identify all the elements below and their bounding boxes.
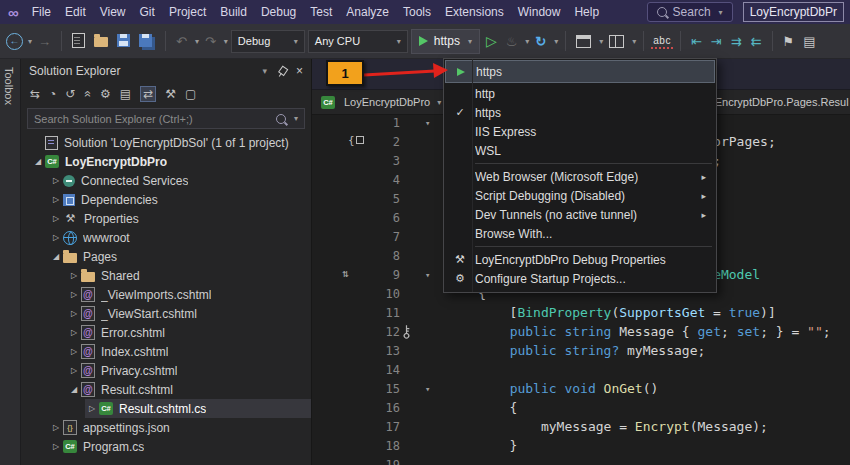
navbar-project-dropdown[interactable]: C# LoyEncryptDbPro ▾	[312, 90, 450, 114]
solution-explorer-header[interactable]: Solution Explorer ▾ ×	[21, 59, 311, 83]
preview-icon[interactable]: ▢	[185, 87, 196, 101]
indent-increase-icon[interactable]: ⇥	[708, 33, 725, 50]
spell-check-icon[interactable]: abc	[651, 34, 673, 49]
hot-reload-icon[interactable]: ♨	[503, 33, 521, 50]
run-menu-item-script-debugging-disabled[interactable]: Script Debugging (Disabled)▸	[445, 186, 715, 205]
expander-open-icon[interactable]: ◢	[31, 157, 45, 166]
line-number[interactable]: 3	[312, 154, 400, 168]
expander-closed-icon[interactable]: ▷	[67, 271, 81, 280]
line-number[interactable]: 7	[312, 230, 400, 244]
line-number[interactable]: 13	[312, 344, 400, 358]
toolbox-tab[interactable]: Toolbox	[0, 59, 21, 465]
tree-item-wwwroot[interactable]: ▷wwwroot	[21, 228, 311, 247]
run-menu-item-http[interactable]: http	[445, 84, 715, 103]
tree-item-shared[interactable]: ▷Shared	[21, 266, 311, 285]
open-file-icon[interactable]	[91, 32, 111, 51]
line-number[interactable]: 1	[312, 116, 400, 130]
start-target-chevron-icon[interactable]: ▾	[468, 37, 472, 46]
line-number[interactable]: 16	[312, 401, 400, 415]
refresh-icon[interactable]: ↺	[65, 87, 75, 101]
collapse-all-icon[interactable]: »	[81, 91, 95, 98]
pin-icon[interactable]	[275, 64, 289, 78]
split-view-chevron-icon[interactable]: ▾	[632, 37, 636, 46]
tree-item-error-cshtml[interactable]: ▷@Error.cshtml	[21, 323, 311, 342]
close-icon[interactable]: ×	[296, 64, 303, 78]
uncomment-lines-icon[interactable]: ⇇	[748, 33, 765, 50]
menu-project[interactable]: Project	[162, 2, 213, 22]
search-box[interactable]: Search ▾	[647, 2, 733, 22]
fold-chevron-icon[interactable]: ▾	[400, 384, 447, 394]
show-all-files-icon[interactable]: ▤	[120, 87, 131, 101]
bookmark-icon[interactable]: ⚑	[780, 33, 798, 50]
window-position-chevron-icon[interactable]: ▾	[262, 66, 267, 76]
expander-closed-icon[interactable]: ▷	[49, 176, 63, 185]
expander-closed-icon[interactable]: ▷	[67, 328, 81, 337]
menu-window[interactable]: Window	[511, 2, 568, 22]
run-menu-item-iis-express[interactable]: IIS Express	[445, 122, 715, 141]
run-menu-item-browse-with[interactable]: Browse With...	[445, 224, 715, 243]
new-project-icon[interactable]	[69, 31, 88, 52]
menu-extensions[interactable]: Extensions	[438, 2, 511, 22]
navigate-forward-icon[interactable]: →	[35, 33, 54, 50]
fold-chevron-icon[interactable]: ▾	[400, 118, 447, 128]
menu-analyze[interactable]: Analyze	[339, 2, 396, 22]
expander-closed-icon[interactable]: ▷	[67, 290, 81, 299]
expander-closed-icon[interactable]: ▷	[49, 442, 63, 451]
fold-chevron-icon[interactable]: ▾	[400, 270, 447, 280]
navigate-back-chevron-icon[interactable]: ▾	[28, 37, 32, 46]
start-debugging-button[interactable]: https ▾	[411, 29, 480, 54]
tree-item-connected-services[interactable]: ▷Connected Services	[21, 171, 311, 190]
undo-icon[interactable]: ↶	[173, 33, 190, 50]
line-number[interactable]: 19	[312, 458, 400, 465]
line-number[interactable]: 14	[312, 363, 400, 377]
solution-search-input[interactable]: Search Solution Explorer (Ctrl+;) ▾	[27, 108, 305, 129]
menu-edit[interactable]: Edit	[58, 2, 93, 22]
window-layout-icon[interactable]	[573, 31, 594, 52]
expander-closed-icon[interactable]: ▷	[49, 195, 63, 204]
restart-chevron-icon[interactable]: ▾	[554, 37, 558, 46]
expander-closed-icon[interactable]: ▷	[67, 366, 81, 375]
tree-item-privacy-cshtml[interactable]: ▷@Privacy.cshtml	[21, 361, 311, 380]
expander-closed-icon[interactable]: ▷	[49, 214, 63, 223]
tree-item-appsettings-json[interactable]: ▷{}appsettings.json	[21, 418, 311, 437]
wrench-icon[interactable]: ⚒	[165, 87, 176, 101]
sync-with-active-document-icon[interactable]: ⇄	[140, 86, 156, 102]
line-number[interactable]: 9	[312, 268, 400, 282]
tree-item-result-cshtml[interactable]: ◢@Result.cshtml	[21, 380, 311, 399]
save-all-icon[interactable]	[136, 32, 158, 51]
tree-item-dependencies[interactable]: ▷Dependencies	[21, 190, 311, 209]
run-menu-item-https-hover[interactable]: https	[445, 60, 715, 83]
navbar-type-dropdown[interactable]: LoyEncryptDbPro.Pages.Resul	[697, 90, 849, 114]
menu-git[interactable]: Git	[133, 2, 162, 22]
menu-build[interactable]: Build	[213, 2, 254, 22]
line-number[interactable]: 11	[312, 306, 400, 320]
line-number[interactable]: 17	[312, 420, 400, 434]
tree-item-result-cshtml-cs[interactable]: ▷C#Result.cshtml.cs	[21, 399, 311, 418]
line-number[interactable]: 12	[312, 325, 400, 339]
line-number[interactable]: 6	[312, 211, 400, 225]
menu-tools[interactable]: Tools	[396, 2, 438, 22]
solution-platforms-dropdown[interactable]: Any CPU▾	[308, 30, 408, 53]
menu-debug[interactable]: Debug	[254, 2, 303, 22]
hot-reload-chevron-icon[interactable]: ▾	[525, 37, 529, 46]
tree-item-program-cs[interactable]: ▷C#Program.cs	[21, 437, 311, 456]
comment-lines-icon[interactable]: ⇉	[728, 33, 745, 50]
line-number[interactable]: 5	[312, 192, 400, 206]
switch-views-icon[interactable]: ⇆	[30, 87, 40, 101]
menu-file[interactable]: File	[25, 2, 58, 22]
line-number[interactable]: 15	[312, 382, 400, 396]
line-number[interactable]: 10	[312, 287, 400, 301]
menu-view[interactable]: View	[93, 2, 133, 22]
expander-closed-icon[interactable]: ▷	[67, 347, 81, 356]
window-layout-chevron-icon[interactable]: ▾	[599, 37, 603, 46]
expander-closed-icon[interactable]: ▷	[49, 233, 63, 242]
expander-closed-icon[interactable]: ▷	[85, 404, 99, 413]
line-number[interactable]: 4	[312, 173, 400, 187]
menu-test[interactable]: Test	[303, 2, 339, 22]
solution-configurations-dropdown[interactable]: Debug▾	[231, 30, 305, 53]
navigate-back-icon[interactable]: ←	[6, 33, 23, 50]
tree-item-loyencryptdbpro[interactable]: ◢C#LoyEncryptDbPro	[21, 152, 311, 171]
pending-changes-filter-icon[interactable]: ◔	[49, 87, 56, 101]
save-icon[interactable]	[114, 32, 133, 51]
run-menu-item-web-browser-microsoft-edge[interactable]: Web Browser (Microsoft Edge)▸	[445, 167, 715, 186]
